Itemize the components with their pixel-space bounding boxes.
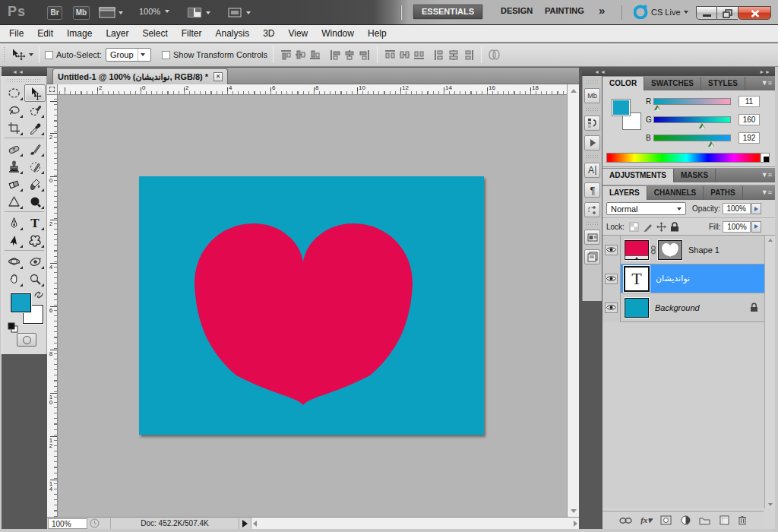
tab-styles[interactable]: STYLES [701,77,745,90]
tool-3d-camera-rotate[interactable] [24,253,46,271]
show-transform-checkbox[interactable] [162,51,170,59]
tab-channels[interactable]: CHANNELS [647,186,704,200]
minibridge-button[interactable]: Mb [73,6,90,20]
notes-panel-button[interactable] [584,249,600,264]
opacity-spinner[interactable] [751,203,761,214]
layer-row-shape1[interactable]: Shape 1 [602,236,775,264]
red-value-field[interactable]: 11 [738,96,760,107]
menu-select[interactable]: Select [135,25,174,43]
menu-3d[interactable]: 3D [256,25,281,43]
vertical-scrollbar[interactable] [567,84,579,517]
right-dock-header[interactable]: ◄◄►► [582,68,775,76]
actions-panel-button[interactable] [584,135,600,150]
restore-button[interactable] [717,6,738,20]
menu-analysis[interactable]: Analysis [208,25,256,43]
align-bottom-edges-icon[interactable] [308,49,321,61]
layer-name[interactable]: Background [655,303,700,312]
layer-name[interactable]: نوانديشان [656,274,690,283]
tool-crop[interactable] [3,119,24,137]
align-right-edges-icon[interactable] [358,49,371,61]
layer-name[interactable]: Shape 1 [688,245,719,255]
screen-mode-button[interactable] [227,7,251,18]
visibility-cell[interactable] [602,264,621,293]
align-vertical-centers-icon[interactable] [294,49,307,61]
align-horizontal-centers-icon[interactable] [343,49,356,61]
heart-shape[interactable] [194,223,413,405]
workspace-essentials[interactable]: ESSENTIALS [413,4,483,20]
distribute-top-edges-icon[interactable] [384,49,397,61]
cs-live-button[interactable]: CS Live [634,5,688,19]
quick-mask-button[interactable] [17,333,36,347]
minibridge-panel-button[interactable]: Mb [584,88,600,103]
tab-swatches[interactable]: SWATCHES [644,77,701,90]
color-spectrum-bar[interactable] [606,153,761,163]
green-slider[interactable] [653,116,731,123]
menu-layer[interactable]: Layer [99,25,135,43]
tab-layers[interactable]: LAYERS [602,186,647,200]
visibility-cell[interactable] [602,236,621,264]
tool-pen[interactable] [3,214,24,232]
tools-grip[interactable] [7,78,42,83]
scroll-up-icon[interactable] [765,236,775,244]
workspace-painting[interactable]: PAINTING [536,4,593,20]
menu-file[interactable]: File [2,25,30,43]
tool-healing-brush[interactable] [3,141,24,158]
lock-all-icon[interactable] [670,222,679,232]
tab-masks[interactable]: MASKS [674,169,716,182]
link-layers-icon[interactable] [619,517,632,524]
workspace-design[interactable]: DESIGN [492,4,541,20]
shape-fill-thumbnail[interactable] [625,240,649,260]
fill-spinner[interactable] [751,221,761,233]
scroll-down-icon[interactable] [765,500,775,508]
history-panel-button[interactable] [584,116,600,131]
zoom-level-button[interactable]: 100% [139,7,169,16]
arrange-documents-button[interactable] [187,7,210,18]
distribute-bottom-edges-icon[interactable] [413,49,425,61]
horizontal-scrollbar[interactable] [251,518,579,530]
tool-dock-header[interactable]: ◄◄ [2,68,47,76]
tool-3d-rotate[interactable] [3,253,24,271]
fill-field[interactable]: 100% [723,221,751,233]
scroll-down-icon[interactable] [568,505,579,516]
tool-path-selection[interactable] [3,232,24,249]
layers-scrollbar[interactable] [764,236,775,508]
blend-mode-dropdown[interactable]: Normal [606,202,686,215]
tab-paths[interactable]: PATHS [704,186,742,200]
auto-select-checkbox[interactable] [45,51,53,59]
menu-filter[interactable]: Filter [175,25,209,43]
distribute-vertical-centers-icon[interactable] [398,49,411,61]
tab-adjustments[interactable]: ADJUSTMENTS [602,169,674,182]
tool-brush[interactable] [24,141,46,158]
align-left-edges-icon[interactable] [329,49,342,61]
clone-source-panel-button[interactable] [584,202,600,217]
tool-custom-shape[interactable] [24,232,46,249]
character-panel-button[interactable]: A [584,163,600,178]
minimize-button[interactable] [696,6,717,20]
tool-clone-stamp[interactable] [3,158,24,176]
auto-select-dropdown[interactable]: Group [106,48,151,62]
spectrum-bw-swatches[interactable] [761,153,770,163]
tool-lasso[interactable] [3,102,24,119]
tab-color[interactable]: COLOR [602,77,644,90]
panel-menu-icon[interactable]: ▼≡ [761,79,772,87]
tool-gradient[interactable] [24,176,46,193]
distribute-horizontal-centers-icon[interactable] [448,49,460,61]
text-layer-thumbnail[interactable]: T [624,266,650,292]
lock-transparency-icon[interactable] [629,222,639,232]
scroll-left-icon[interactable] [253,521,257,527]
green-value-field[interactable]: 160 [738,114,760,125]
new-layer-icon[interactable] [719,515,729,525]
tool-history-brush[interactable] [24,158,46,176]
tool-marquee[interactable] [3,84,24,102]
tab-close-icon[interactable]: ✕ [213,72,223,81]
view-extras-button[interactable] [99,7,123,18]
scroll-right-icon[interactable] [574,521,577,527]
layer-style-icon[interactable]: fx▾ [640,515,652,525]
status-zoom-field[interactable]: 100% [48,518,87,529]
foreground-color-swatch[interactable] [11,293,31,312]
mask-link-icon[interactable] [650,245,656,255]
menu-window[interactable]: Window [315,25,361,43]
default-colors-icon[interactable] [8,322,18,333]
paragraph-panel-button[interactable]: ¶ [584,182,600,198]
lock-pixels-icon[interactable] [643,222,653,232]
